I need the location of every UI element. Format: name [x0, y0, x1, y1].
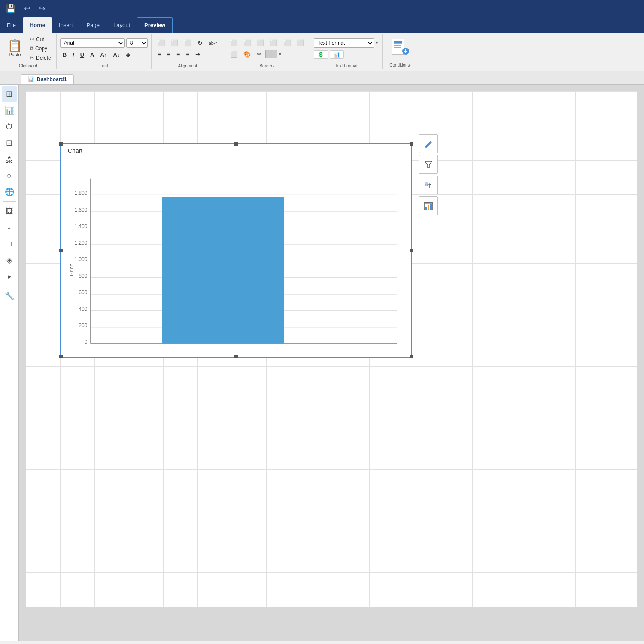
text-format-group: Text Format ▼ 💲 📊 Text Format [310, 34, 383, 69]
align-top-center-button[interactable]: ⬜ [168, 38, 181, 48]
sidebar-item-filter[interactable]: ◈ [2, 252, 17, 268]
sidebar-item-crosstab[interactable]: ⊟ [2, 135, 17, 151]
underline-button[interactable]: U [78, 50, 87, 59]
border-bottom-button[interactable]: ⬜ [267, 38, 280, 48]
export-icon: N [424, 180, 433, 190]
font-family-select[interactable]: Arial [60, 38, 125, 48]
align-left-button[interactable]: ≡ [155, 49, 164, 59]
clipboard-group: 📋 Paste ✂ Cut ⧉ Copy ✂ Delete Clipboard [0, 34, 57, 69]
dashboard1-tab[interactable]: 📊 Dashboard1 [21, 74, 74, 84]
font-group: Arial 8 B I U A A↑ A↓ ◈ Font [57, 34, 152, 69]
undo-button[interactable]: ↩ [21, 3, 33, 14]
font-color-button[interactable]: A [88, 50, 97, 59]
resize-handle-top-mid[interactable] [234, 142, 238, 146]
svg-text:800: 800 [79, 273, 88, 279]
sidebar-item-container[interactable]: □ [2, 236, 17, 252]
svg-rect-39 [430, 204, 432, 210]
chart-title: Chart [68, 147, 82, 154]
canvas-area[interactable]: Chart 0 200 400 600 800 1,000 1,200 1,40… [19, 85, 644, 641]
align-center-button[interactable]: ≡ [164, 49, 173, 59]
document-tab-bar: 📊 Dashboard1 [0, 71, 644, 85]
border-right-button[interactable]: ⬜ [254, 38, 267, 48]
clipboard-label: Clipboard [19, 62, 37, 68]
sidebar-divider-1 [3, 201, 16, 202]
font-shrink-button[interactable]: A↓ [110, 50, 122, 59]
chart-settings-button[interactable] [419, 196, 438, 215]
svg-rect-4 [394, 47, 401, 48]
conditions-group[interactable]: Conditions [383, 34, 417, 69]
font-size-select[interactable]: 8 [126, 38, 148, 48]
svg-text:1,600: 1,600 [74, 207, 88, 213]
paste-button[interactable]: 📋 Paste [3, 35, 26, 62]
borders-label: Borders [259, 62, 274, 68]
text-format-dropdown-arrow[interactable]: ▼ [375, 41, 379, 45]
border-left-button[interactable]: ⬜ [281, 38, 293, 48]
save-button[interactable]: 💾 [3, 3, 18, 14]
indent-button[interactable]: ⇥ [193, 49, 203, 59]
border-dropdown-arrow[interactable]: ▼ [278, 52, 282, 56]
svg-text:N: N [425, 183, 428, 187]
border-top-button[interactable]: ⬜ [241, 38, 253, 48]
copy-button[interactable]: ⧉ Copy [28, 44, 49, 53]
text-format-select[interactable]: Text Format [314, 38, 374, 48]
sidebar-item-chart[interactable]: 📊 [2, 103, 17, 118]
svg-text:600: 600 [79, 289, 88, 295]
resize-handle-top-left[interactable] [59, 142, 63, 146]
sidebar-item-tools[interactable]: 🔧 [2, 288, 17, 304]
sidebar-item-shape[interactable]: ○ [2, 168, 17, 183]
chart-widget[interactable]: Chart 0 200 400 600 800 1,000 1,200 1,40… [60, 143, 412, 358]
border-inner-button[interactable]: ⬜ [228, 49, 240, 59]
border-all-button[interactable]: ⬜ [294, 38, 307, 48]
rotate-button[interactable]: ↻ [195, 38, 205, 48]
chart-svg: 0 200 400 600 800 1,000 1,200 1,400 1,60… [61, 157, 411, 357]
tab-preview[interactable]: Preview [137, 17, 173, 33]
tab-home[interactable]: Home [23, 17, 52, 33]
font-grow-button[interactable]: A↑ [97, 50, 109, 59]
svg-rect-2 [394, 43, 402, 44]
highlight-button[interactable]: ◈ [123, 50, 133, 59]
sidebar-item-table[interactable]: ⊞ [2, 86, 17, 102]
align-top-right-button[interactable]: ⬜ [182, 38, 194, 48]
tab-layout[interactable]: Layout [106, 17, 137, 33]
wrap-button[interactable]: ab↵ [206, 39, 220, 47]
italic-button[interactable]: I [70, 50, 77, 59]
border-fill-button[interactable]: 🎨 [241, 49, 253, 59]
title-bar: 💾 ↩ ↪ [0, 0, 644, 17]
svg-text:1,200: 1,200 [74, 240, 88, 246]
sidebar-item-kpi[interactable]: ★100 [2, 152, 17, 167]
workspace: ⊞ 📊 ⏱ ⊟ ★100 ○ 🌐 🖼 ≡ □ ◈ ▶ 🔧 [0, 85, 644, 641]
export-button[interactable]: N [419, 176, 438, 194]
svg-rect-38 [428, 205, 429, 210]
dashboard-tab-icon: 📊 [28, 76, 34, 82]
tab-insert[interactable]: Insert [52, 17, 80, 33]
align-justify-button[interactable]: ≡ [183, 49, 192, 59]
bold-button[interactable]: B [60, 50, 69, 59]
cut-button[interactable]: ✂ Cut [28, 35, 46, 43]
border-color-swatch[interactable] [265, 50, 277, 58]
tab-page[interactable]: Page [80, 17, 106, 33]
conditions-label: Conditions [389, 61, 410, 67]
border-outer-button[interactable]: ⬜ [228, 38, 240, 48]
sidebar-item-more[interactable]: ▶ [2, 269, 17, 284]
cut-label: Cut [36, 36, 44, 43]
sidebar-item-text[interactable]: ≡ [2, 220, 17, 235]
sidebar-item-gauge[interactable]: ⏱ [2, 119, 17, 134]
tab-file[interactable]: File [0, 17, 23, 33]
sidebar-item-map[interactable]: 🌐 [2, 184, 17, 200]
resize-handle-top-right[interactable] [410, 142, 413, 146]
chart-format-button[interactable]: 📊 [330, 50, 344, 59]
redo-button[interactable]: ↪ [36, 3, 48, 14]
left-sidebar: ⊞ 📊 ⏱ ⊟ ★100 ○ 🌐 🖼 ≡ □ ◈ ▶ 🔧 [0, 85, 19, 641]
filter-button[interactable] [419, 155, 438, 174]
svg-text:Price: Price [68, 264, 75, 276]
edit-chart-button[interactable] [419, 134, 438, 153]
sidebar-item-image[interactable]: 🖼 [2, 204, 17, 219]
align-top-left-button[interactable]: ⬜ [155, 38, 167, 48]
currency-format-button[interactable]: 💲 [314, 50, 328, 59]
svg-text:1,400: 1,400 [74, 223, 88, 229]
border-pen-button[interactable]: ✏ [254, 49, 264, 59]
sidebar-divider-2 [3, 286, 16, 286]
delete-label: Delete [36, 55, 51, 61]
align-right-button[interactable]: ≡ [174, 49, 182, 59]
delete-button[interactable]: ✂ Delete [28, 54, 53, 62]
